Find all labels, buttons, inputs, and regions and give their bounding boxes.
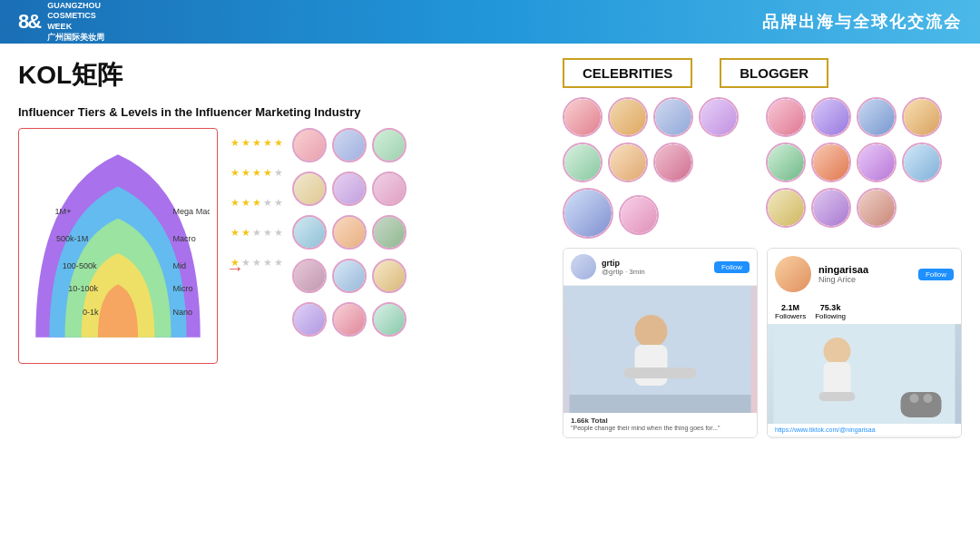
star2: ★ — [241, 167, 250, 179]
star3: ★ — [252, 167, 261, 179]
blog-6 — [811, 142, 851, 182]
avatar-9 — [372, 215, 407, 250]
star3: ★ — [252, 197, 261, 209]
blog-10 — [811, 188, 851, 228]
star-row-4: ★ ★ ★ ★ ★ — [230, 167, 283, 179]
blog-3 — [857, 97, 897, 137]
svg-text:Mega Macro: Mega Macro — [172, 207, 210, 216]
right-panel: CELEBRITIES BLOGGER — [563, 58, 962, 540]
blog-row-1 — [766, 97, 942, 137]
follow-button[interactable]: Follow — [714, 261, 750, 273]
avatar-8 — [332, 215, 367, 250]
like-icon: ♡ — [571, 437, 579, 438]
svg-text:Mid: Mid — [172, 261, 186, 270]
logo-line2: COSMETICS — [47, 11, 104, 22]
profile-stats: 2.1M Followers 75.3k Following — [768, 299, 961, 324]
profile-url: https://www.tiktok.com/@ningarisaa — [768, 424, 961, 436]
star1: ★ — [230, 137, 240, 149]
svg-text:0-1k: 0-1k — [83, 308, 99, 317]
influencer-section: 1M+ 500k-1M 100-500k 10-100k 0-1k Mega M… — [18, 128, 544, 364]
blog-row-3 — [766, 188, 942, 228]
star5: ★ — [274, 137, 283, 149]
star4: ★ — [263, 137, 272, 149]
blog-2 — [811, 97, 851, 137]
celeb-2 — [608, 97, 648, 137]
star5-empty: ★ — [274, 197, 283, 209]
star-row-5: ★ ★ ★ ★ ★ — [230, 137, 283, 149]
following-count: 75.3k — [820, 303, 841, 312]
star1: ★ — [230, 197, 240, 209]
comment-icon: 💬 — [586, 437, 597, 438]
profile-avatar — [775, 256, 811, 292]
stars-column: ★ ★ ★ ★ ★ ★ ★ ★ ★ ★ — [230, 128, 283, 269]
followers-label: Followers — [775, 312, 806, 320]
blog-row-2 — [766, 142, 942, 182]
post-caption: "People change their mind when the thing… — [571, 425, 750, 431]
logo-sub: 广州国际美妆周 — [47, 33, 104, 44]
star5-empty: ★ — [274, 167, 283, 179]
avatar-12 — [372, 259, 407, 293]
star2: ★ — [241, 137, 250, 149]
blog-8 — [902, 142, 942, 182]
avatar-6 — [372, 172, 407, 206]
star4-empty: ★ — [263, 227, 272, 239]
star3-empty: ★ — [252, 227, 261, 239]
avatar-14 — [332, 302, 367, 337]
blog-9 — [766, 188, 806, 228]
svg-point-21 — [924, 394, 933, 403]
star1: ★ — [230, 227, 240, 239]
post-header: grtip @grtip · 3min Follow — [564, 249, 757, 286]
svg-point-11 — [635, 315, 668, 348]
post-avatar — [571, 254, 596, 279]
svg-point-16 — [824, 338, 851, 365]
svg-text:10-100k: 10-100k — [68, 284, 98, 293]
svg-text:500k-1M: 500k-1M — [56, 234, 88, 243]
svg-text:Micro: Micro — [172, 284, 192, 293]
svg-text:Nano: Nano — [172, 308, 192, 317]
star2: ★ — [241, 227, 250, 239]
star4-empty: ★ — [263, 257, 272, 269]
star5-empty: ★ — [274, 227, 283, 239]
celeb-4 — [699, 97, 739, 137]
header-title: 品牌出海与全球化交流会 — [762, 11, 962, 33]
star3-empty: ★ — [252, 257, 261, 269]
post-handle: @grtip · 3min — [602, 268, 645, 276]
avatar-11 — [332, 259, 367, 293]
avatar-3 — [372, 128, 407, 162]
profile-realname: Ning Arice — [818, 275, 868, 284]
profile-image — [768, 324, 961, 424]
avatar-circles — [292, 128, 407, 337]
stat-following: 75.3k Following — [815, 303, 846, 320]
svg-rect-18 — [819, 392, 856, 401]
celeb-row-3 — [563, 188, 739, 239]
blogger-label: BLOGGER — [720, 58, 828, 88]
post-text: 1.66k Total "People change their mind wh… — [564, 413, 757, 435]
avatar-2 — [332, 128, 367, 162]
celeb-3 — [653, 97, 693, 137]
logo-line1: GUANGZHOU — [47, 1, 104, 12]
stars-circles: ★ ★ ★ ★ ★ ★ ★ ★ ★ ★ — [230, 128, 544, 337]
profile-name: ningarisaa — [818, 264, 868, 275]
svg-rect-14 — [570, 395, 751, 413]
celeb-5 — [563, 142, 603, 182]
profile-follow-btn[interactable]: Follow — [918, 269, 954, 280]
star4: ★ — [263, 167, 272, 179]
followers-count: 2.1M — [781, 303, 799, 312]
left-panel: KOL矩阵 Influencer Tiers & Levels in the I… — [18, 58, 544, 540]
share-icon: ↗ — [604, 437, 612, 438]
svg-point-20 — [910, 394, 919, 403]
star4-empty: ★ — [263, 197, 272, 209]
avatar-5 — [332, 172, 367, 206]
star5-empty: ★ — [274, 257, 283, 269]
celeb-row-1 — [563, 97, 739, 137]
celeb-9 — [619, 195, 659, 235]
post-actions: ♡ 💬 ↗ — [564, 435, 757, 438]
post-username: grtip — [602, 259, 645, 268]
logo-line3: WEEK — [47, 22, 104, 33]
screenshots-area: grtip @grtip · 3min Follow — [563, 248, 962, 438]
svg-rect-19 — [901, 392, 942, 417]
chart-subtitle: Influencer Tiers & Levels in the Influen… — [18, 105, 544, 119]
blog-5 — [766, 142, 806, 182]
svg-text:Macro: Macro — [172, 234, 195, 243]
celeb-1 — [563, 97, 603, 137]
